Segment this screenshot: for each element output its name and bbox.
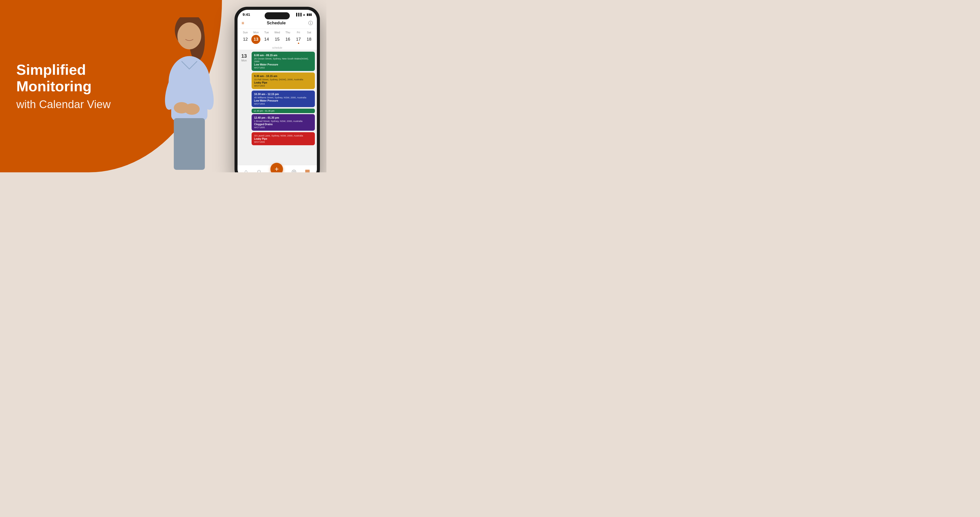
event-wo-1: WO71802 [254, 66, 312, 69]
nav-calendar-icon[interactable]: ▦ [305, 168, 310, 172]
event-card-wo71802[interactable]: 8.00 am - 09.15 am 25 Ocean Street, Sydn… [251, 52, 315, 71]
day-label-mon: Mon [251, 31, 260, 34]
event-wo-3: WO71804 [254, 102, 312, 105]
event-address-4: 1 Broad Street, Sydney, NSW, 2000, Austr… [254, 120, 312, 122]
woman-figure [137, 17, 242, 172]
nav-location-icon[interactable]: ◎ [291, 168, 296, 172]
event-wo-4: WO71805 [254, 126, 312, 129]
events-list: 8.00 am - 09.15 am 25 Ocean Street, Sydn… [251, 50, 317, 165]
event-address-5: 33 Laurel Lane, Sydney, NSW, 2000, Austr… [254, 134, 312, 137]
svg-point-9 [184, 103, 200, 115]
dynamic-island [265, 12, 290, 19]
header-title: Schedule [267, 21, 286, 25]
date-16[interactable]: 16 [283, 35, 292, 44]
wifi-icon: ▲ [302, 13, 305, 16]
nav-person-icon[interactable]: ☺ [256, 168, 262, 172]
phone-frame: 9:41 ▐▐▐ ▲ ▮▮▮ ≡ Schedule ⓘ Sun Mon Tue [234, 7, 320, 172]
day-label-sun: Sun [241, 31, 250, 34]
schedule-body: 13 Mon 8.00 am - 09.15 am 25 Ocean Stree… [237, 50, 317, 165]
app-header: ≡ Schedule ⓘ [237, 18, 317, 29]
signal-icon: ▐▐▐ [295, 13, 302, 16]
day-label-thu: Thu [283, 31, 292, 34]
week-dates: 12 13 14 15 16 17 18 [240, 35, 314, 44]
svg-rect-10 [174, 118, 205, 170]
event-time-2: 9.30 am - 10.15 am [254, 75, 312, 78]
event-address-2: 15 Pall Street, Sydney, (NSW), 2000, Aus… [254, 78, 312, 81]
week-day-labels: Sun Mon Tue Wed Thu Fri Sat [240, 31, 314, 34]
date-sidebar: 13 Mon [237, 50, 251, 165]
svg-point-3 [178, 22, 201, 49]
phone-mockup: 9:41 ▐▐▐ ▲ ▮▮▮ ≡ Schedule ⓘ Sun Mon Tue [234, 7, 320, 172]
event-card-wo71806[interactable]: 33 Laurel Lane, Sydney, NSW, 2000, Austr… [251, 132, 315, 145]
event-card-wo71805[interactable]: 12.40 pm - 01.35 pm 1 Broad Street, Sydn… [251, 114, 315, 131]
event-issue-2: Leaky Pipe [254, 81, 312, 84]
status-icons: ▐▐▐ ▲ ▮▮▮ [295, 13, 312, 16]
event-address-1: 25 Ocean Street, Sydney, New South Wales… [254, 57, 312, 63]
battery-icon: ▮▮▮ [307, 13, 312, 16]
event-time-1: 8.00 am - 09.15 am [254, 54, 312, 57]
date-12[interactable]: 12 [241, 35, 250, 44]
event-card-wo71803[interactable]: 9.30 am - 10.15 am 15 Pall Street, Sydne… [251, 73, 315, 89]
calendar-week: Sun Mon Tue Wed Thu Fri Sat 12 13 14 15 … [237, 29, 317, 45]
sidebar-date-dow: Mon [239, 59, 249, 62]
nav-home-icon[interactable]: ⌂ [244, 168, 248, 172]
event-time-3: 10.30 am - 12.15 pm [254, 92, 312, 95]
event-issue-5: Leaky Pipe [254, 138, 312, 140]
day-label-wed: Wed [273, 31, 282, 34]
info-icon[interactable]: ⓘ [308, 20, 313, 26]
date-17[interactable]: 17 [294, 35, 303, 44]
hero-title: Simplified Monitoring [16, 61, 111, 95]
event-card-wo71804[interactable]: 10.30 am - 12.15 pm 45 Williams Street, … [251, 90, 315, 107]
date-13-active[interactable]: 13 [251, 35, 260, 44]
day-label-sat: Sat [305, 31, 313, 34]
bottom-nav: ⌂ ☺ + ◎ ▦ [237, 165, 317, 172]
date-15[interactable]: 15 [273, 35, 282, 44]
sidebar-date-num: 13 [239, 53, 249, 59]
event-wo-5: WO71806 [254, 141, 312, 143]
menu-icon[interactable]: ≡ [242, 21, 244, 26]
status-time: 9:41 [243, 12, 250, 17]
day-label-fri: Fri [294, 31, 303, 34]
event-time-4: 12.40 pm - 01.35 pm [254, 116, 312, 119]
date-14[interactable]: 14 [262, 35, 271, 44]
event-issue-3: Low Water Pressure [254, 99, 312, 102]
event-partial-green: 12.40 pm - 01.35 pm [251, 109, 315, 113]
event-wo-2: WO71803 [254, 84, 312, 87]
phone-screen: 9:41 ▐▐▐ ▲ ▮▮▮ ≡ Schedule ⓘ Sun Mon Tue [237, 10, 317, 172]
fab-add-button[interactable]: + [270, 163, 283, 172]
event-issue-1: Low Water Pressure [254, 63, 312, 66]
event-address-3: 45 Williams Street, Sydney, NSW, 2000, A… [254, 96, 312, 99]
event-issue-4: Clogged Drains [254, 123, 312, 126]
hero-subtitle: with Calendar View [16, 98, 111, 111]
date-18[interactable]: 18 [305, 35, 313, 44]
week-separator: schedule [237, 45, 317, 50]
day-label-tue: Tue [262, 31, 271, 34]
hero-text-block: Simplified Monitoring with Calendar View [16, 61, 111, 111]
